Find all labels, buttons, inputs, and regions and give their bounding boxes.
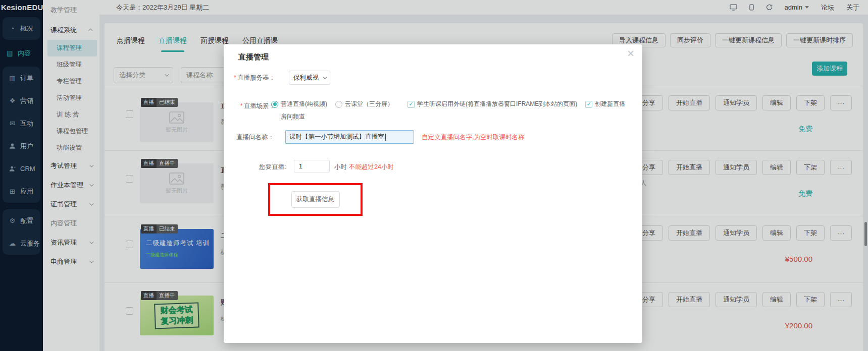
fetch-live-info-button[interactable]: 获取直播信息 [291, 191, 340, 208]
annotation-highlight-rect: 获取直播信息 [268, 183, 363, 216]
radio-normal-live[interactable]: 普通直播(纯视频) [271, 100, 327, 108]
scene-label: *直播场景： [224, 102, 275, 110]
server-select-value: 保利威视 [293, 74, 319, 82]
radio-selected-icon [271, 101, 278, 108]
duration-warning: 不能超过24小时 [349, 163, 394, 171]
duration-label: 您要直播: [259, 163, 289, 171]
room-name-label: 直播间名称： [224, 133, 274, 142]
scene-options: 普通直播(纯视频) 云课堂（三分屏） ✓ 学生听课启用外链(将直播播放器窗口IF… [271, 100, 625, 108]
checkbox-external-link[interactable]: ✓ 学生听课启用外链(将直播播放器窗口IFRAME到本站的页面) [407, 100, 577, 108]
radio-icon [335, 101, 342, 108]
close-icon[interactable]: × [627, 47, 634, 60]
room-name-hint: 自定义直播间名字,为空时取课时名称 [422, 133, 524, 142]
duration-input[interactable]: 1 [294, 160, 330, 172]
scrollbar[interactable] [864, 222, 867, 246]
text-cursor [385, 134, 386, 141]
checkbox-create-new-live[interactable]: ✓ 创建新直播 [585, 100, 625, 108]
server-select[interactable]: 保利威视 [289, 71, 330, 85]
chevron-down-icon [323, 75, 327, 79]
server-label: *直播服务器： [224, 74, 275, 82]
checkbox-checked-icon: ✓ [407, 101, 415, 108]
room-name-value: 课时【第一小节增加测试】直播室 [289, 133, 384, 141]
duration-value: 1 [299, 163, 302, 170]
modal-title: 直播管理 [238, 52, 269, 62]
live-management-modal: 直播管理 × *直播服务器： 保利威视 *直播场景： 普通直播(纯视频) 云课堂… [224, 44, 642, 343]
room-name-input[interactable]: 课时【第一小节增加测试】直播室 [285, 130, 414, 144]
duration-unit: 小时 [334, 163, 347, 171]
checkbox-checked-icon: ✓ [585, 101, 592, 108]
room-channel-text: 房间频道 [281, 112, 305, 121]
radio-cloud-classroom[interactable]: 云课堂（三分屏） [335, 100, 393, 108]
